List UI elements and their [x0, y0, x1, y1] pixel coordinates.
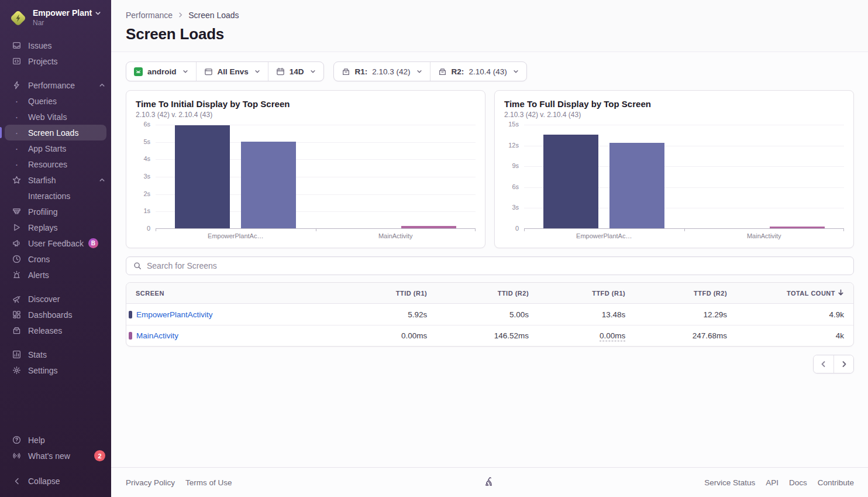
chart-bar[interactable]	[401, 226, 456, 228]
sidebar-item-starfish[interactable]: Starfish	[0, 172, 111, 188]
sidebar-item-issues[interactable]: Issues	[0, 37, 111, 53]
sidebar-item-resources[interactable]: ·Resources	[0, 156, 111, 172]
chart-bar[interactable]	[543, 135, 598, 228]
sidebar-item-alerts[interactable]: Alerts	[0, 267, 111, 283]
collapse-button[interactable]: Collapse	[0, 473, 111, 489]
sidebar-nav: IssuesProjectsPerformance·Queries·Web Vi…	[0, 37, 111, 386]
chart-bar[interactable]	[770, 227, 825, 228]
sidebar-item-help[interactable]: Help	[0, 432, 111, 448]
nav-group: StatsSettings	[0, 347, 111, 378]
beta-badge: B	[88, 238, 98, 248]
screen-link[interactable]: EmpowerPlantActivity	[136, 310, 213, 319]
window-icon	[204, 67, 213, 76]
sidebar-item-dashboards[interactable]: Dashboards	[0, 307, 111, 323]
cell-value: 12.29s	[704, 310, 728, 319]
chevron-right-icon	[841, 361, 848, 368]
sidebar-item-discover[interactable]: Discover	[0, 291, 111, 307]
sidebar-item-queries[interactable]: ·Queries	[0, 93, 111, 109]
column-header-ttid-r2[interactable]: TTID (R2)	[436, 290, 538, 297]
sidebar-item-performance[interactable]: Performance	[0, 77, 111, 93]
profiling-icon	[12, 207, 22, 216]
next-page-button[interactable]	[833, 355, 853, 373]
app-root: Empower Plant Nar IssuesProjectsPerforma…	[0, 0, 868, 497]
nav-group: IssuesProjects	[0, 37, 111, 69]
footer-link-service-status[interactable]: Service Status	[704, 478, 755, 487]
column-header-ttfd-r2[interactable]: TTFD (R2)	[635, 290, 736, 297]
column-header-ttfd-r1[interactable]: TTFD (R1)	[538, 290, 635, 297]
sidebar-item-projects[interactable]: Projects	[0, 53, 111, 69]
release-2-filter[interactable]: R2: 2.10.4 (43)	[430, 62, 526, 81]
screen-cell: EmpowerPlantActivity	[126, 310, 335, 319]
bar-group-mainactivity	[684, 125, 845, 228]
column-header-screen[interactable]: SCREEN	[126, 290, 335, 297]
sidebar-item-user-feedback[interactable]: User FeedbackB	[0, 235, 111, 251]
sidebar-item-label: Profiling	[28, 207, 58, 217]
sidebar: Empower Plant Nar IssuesProjectsPerforma…	[0, 0, 111, 497]
bar-group-empowerplantac	[156, 125, 316, 228]
sidebar-item-label: Screen Loads	[28, 128, 78, 138]
environment-filter[interactable]: All Envs	[196, 62, 268, 81]
value-cell: 4k	[736, 331, 853, 340]
plot-area	[524, 125, 844, 229]
x-axis-label: MainActivity	[684, 232, 845, 239]
sidebar-item-label: Releases	[28, 326, 62, 335]
footer-link-contribute[interactable]: Contribute	[818, 478, 854, 487]
sidebar-item-label: Replays	[28, 223, 58, 232]
column-header-label: TOTAL COUNT	[787, 290, 835, 297]
bullet-icon: ·	[12, 146, 22, 152]
column-header-total-count[interactable]: TOTAL COUNT	[736, 289, 853, 297]
footer-link-privacy-policy[interactable]: Privacy Policy	[126, 478, 175, 487]
sidebar-item-replays[interactable]: Replays	[0, 220, 111, 235]
sidebar-item-interactions[interactable]: Interactions	[0, 188, 111, 204]
y-axis-tick: 9s	[512, 162, 519, 169]
sidebar-item-web-vitals[interactable]: ·Web Vitals	[0, 109, 111, 125]
bullet-icon: ·	[12, 98, 22, 104]
chart-bar[interactable]	[175, 125, 230, 228]
sidebar-item-label: Crons	[28, 255, 50, 264]
release-1-filter[interactable]: R1: 2.10.3 (42)	[334, 62, 430, 81]
sidebar-item-profiling[interactable]: Profiling	[0, 204, 111, 220]
cell-value: 5.00s	[509, 310, 529, 319]
date-range-filter[interactable]: 14D	[268, 62, 323, 81]
column-header-ttid-r1[interactable]: TTID (R1)	[335, 290, 436, 297]
org-logo-icon	[8, 8, 28, 28]
y-axis: 6s5s4s3s2s1s0	[136, 125, 156, 229]
y-axis-tick: 1s	[143, 207, 150, 214]
sidebar-item-what-s-new[interactable]: What's new2	[0, 448, 111, 464]
chevron-right-icon	[177, 11, 184, 20]
previous-page-button[interactable]	[814, 355, 833, 373]
sidebar-item-crons[interactable]: Crons	[0, 251, 111, 267]
sidebar-item-screen-loads[interactable]: ·Screen Loads	[0, 125, 111, 140]
breadcrumb-performance[interactable]: Performance	[126, 11, 173, 20]
screen-link[interactable]: MainActivity	[136, 331, 178, 340]
pagination-buttons	[813, 355, 854, 373]
sidebar-item-settings[interactable]: Settings	[0, 362, 111, 378]
column-header-label: TTFD (R1)	[592, 290, 625, 297]
project-filter[interactable]: android	[126, 62, 196, 81]
sidebar-item-app-starts[interactable]: ·App Starts	[0, 140, 111, 156]
cell-value: 0.00ms	[401, 331, 427, 340]
org-switcher[interactable]: Empower Plant Nar	[0, 7, 111, 28]
table-row-mainactivity: MainActivity0.00ms146.52ms0.00ms247.68ms…	[126, 325, 853, 346]
y-axis-tick: 6s	[512, 183, 519, 190]
ttfd-chart-subtitle: 2.10.3 (42) v. 2.10.4 (43)	[504, 111, 844, 119]
sidebar-item-label: Help	[28, 436, 45, 445]
bullet-icon: ·	[12, 162, 22, 167]
sidebar-bottom: HelpWhat's new2	[0, 432, 111, 464]
siren-icon	[12, 270, 22, 279]
sidebar-item-label: Projects	[28, 57, 58, 66]
footer-link-docs[interactable]: Docs	[789, 478, 807, 487]
chart-bar[interactable]	[241, 142, 296, 228]
calendar-icon	[276, 67, 285, 76]
cell-value: 146.52ms	[494, 331, 529, 340]
footer-link-terms-of-use[interactable]: Terms of Use	[185, 478, 232, 487]
chart-bar[interactable]	[609, 143, 664, 228]
sidebar-item-releases[interactable]: Releases	[0, 323, 111, 338]
sidebar-item-stats[interactable]: Stats	[0, 347, 111, 362]
pagination	[126, 355, 854, 373]
value-cell: 247.68ms	[635, 331, 736, 340]
nav-group: Performance·Queries·Web Vitals·Screen Lo…	[0, 77, 111, 283]
search-input[interactable]	[147, 261, 846, 270]
footer-link-api[interactable]: API	[766, 478, 779, 487]
sidebar-item-label: Settings	[28, 366, 58, 375]
